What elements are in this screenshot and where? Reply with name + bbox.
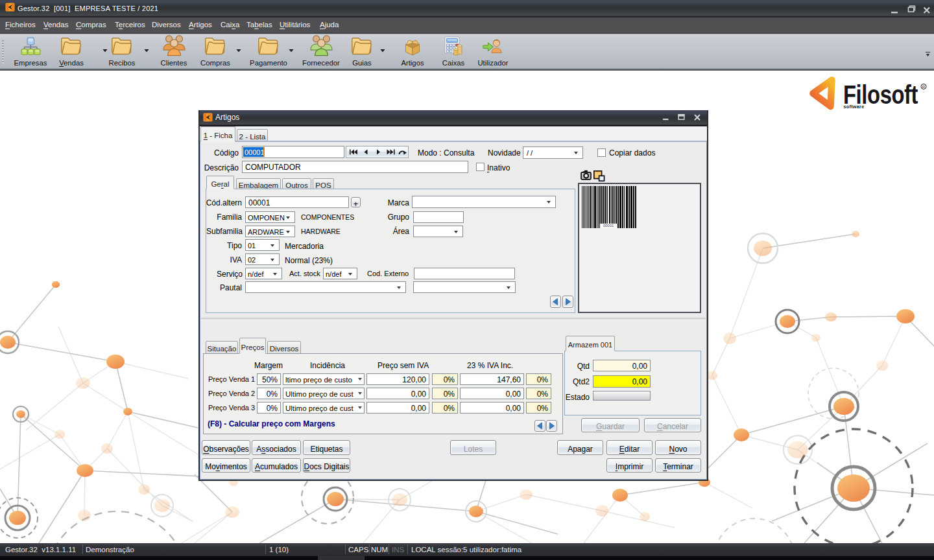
svg-text:R: R <box>922 85 926 89</box>
svg-text:software: software <box>844 104 865 110</box>
